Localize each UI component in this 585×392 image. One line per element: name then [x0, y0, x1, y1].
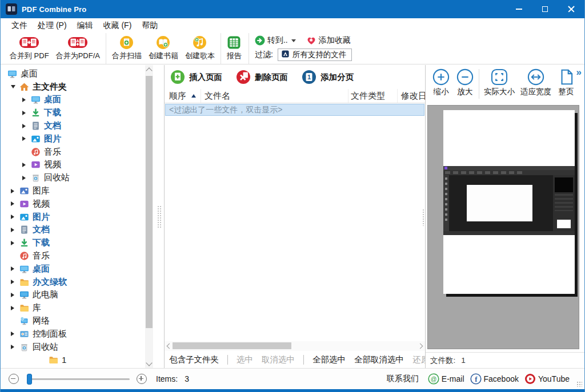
close-button[interactable]: [558, 0, 584, 18]
action-add-break[interactable]: 1添加分页: [302, 70, 354, 84]
left-splitter-grip[interactable]: [157, 205, 162, 228]
column-header-0[interactable]: 顺序: [165, 89, 201, 103]
preview-tool-whole-page[interactable]: 整页: [554, 68, 578, 97]
scroll-right-icon[interactable]: [419, 343, 423, 348]
collapsed-arrow-icon[interactable]: [22, 163, 26, 167]
tree-item-库[interactable]: 库: [1, 301, 144, 314]
tree-item-回收站[interactable]: 回收站: [1, 171, 144, 184]
filtered-files-row[interactable]: <过滤出了一些文件，双击显示>: [165, 104, 424, 116]
status-link-e-mail[interactable]: @E-mail: [428, 373, 464, 385]
recycle-icon: [19, 342, 29, 352]
column-header-3[interactable]: 修改日期: [398, 89, 425, 103]
collapsed-arrow-icon[interactable]: [11, 266, 14, 271]
scroll-left-icon[interactable]: [166, 343, 171, 348]
footer-link-4[interactable]: 全部取消选中: [354, 354, 404, 365]
zoom-slider-thumb[interactable]: [27, 374, 32, 385]
tree-item-音乐[interactable]: 音乐: [1, 146, 144, 159]
filter-label: 过滤:: [255, 50, 273, 60]
collapsed-arrow-icon[interactable]: [22, 176, 26, 180]
tree-item-此电脑[interactable]: 此电脑: [1, 289, 144, 302]
tree-item-音乐[interactable]: 音乐: [1, 249, 144, 262]
collapsed-arrow-icon[interactable]: [22, 124, 26, 128]
tree-item-视频[interactable]: 视频: [1, 197, 144, 211]
preview-tool-fit-width[interactable]: 适应宽度: [518, 68, 554, 97]
collapsed-arrow-icon[interactable]: [11, 215, 14, 219]
tree-item-文档[interactable]: 文档: [1, 119, 144, 132]
collapsed-arrow-icon[interactable]: [11, 201, 14, 206]
hscrollbar-thumb[interactable]: [173, 342, 291, 349]
collapsed-arrow-icon[interactable]: [11, 306, 14, 310]
sidebar-scrollbar-thumb[interactable]: [146, 76, 153, 328]
menu-item-0[interactable]: 文件: [6, 19, 33, 33]
toolbar-button-merge-to-pdfa[interactable]: A合并为PDF/A: [53, 33, 103, 64]
tree-item-图片[interactable]: 图片: [1, 211, 144, 224]
tree-item-视频[interactable]: 视频: [1, 159, 144, 172]
tree-item-主文件夹[interactable]: 主文件夹: [1, 80, 144, 94]
zoom-slider-plus-icon[interactable]: [137, 374, 147, 384]
file-list-hscrollbar[interactable]: [165, 341, 425, 351]
zoom-slider[interactable]: [27, 378, 130, 380]
maximize-button[interactable]: [532, 0, 558, 18]
collapsed-arrow-icon[interactable]: [11, 293, 14, 297]
toolbar-button-create-songbook[interactable]: 创建歌本: [182, 33, 218, 64]
tree-item-桌面[interactable]: 桌面: [1, 67, 144, 80]
collapsed-arrow-icon[interactable]: [22, 136, 26, 141]
tree-item-网络[interactable]: 网络: [1, 314, 144, 328]
tree-item-控制面板[interactable]: 控制面板: [1, 328, 144, 341]
menu-item-4[interactable]: 帮助: [137, 19, 163, 33]
toolbar-button-create-book[interactable]: 创建书籍: [145, 33, 182, 64]
collapsed-arrow-icon[interactable]: [11, 228, 14, 232]
status-link-facebook[interactable]: fFacebook: [470, 373, 519, 385]
scroll-up-icon[interactable]: [146, 67, 152, 72]
column-header-1[interactable]: 文件名: [201, 89, 348, 103]
network-icon: [19, 316, 29, 326]
status-link-youtube[interactable]: YouTube: [524, 373, 570, 385]
add-favorite-button[interactable]: 添加收藏: [306, 35, 351, 46]
expanded-arrow-icon[interactable]: [11, 85, 15, 88]
collapsed-arrow-icon[interactable]: [11, 332, 14, 336]
preview-viewport[interactable]: [427, 105, 579, 349]
preview-tool-zoom-minus[interactable]: 放大: [453, 68, 477, 97]
sidebar-scrollbar[interactable]: [145, 65, 153, 368]
preview-tool-actual-size[interactable]: 实际大小: [481, 68, 518, 97]
scroll-down-icon[interactable]: [146, 361, 152, 366]
collapsed-arrow-icon[interactable]: [11, 189, 14, 193]
tree-item-桌面[interactable]: 桌面: [1, 94, 144, 107]
preview-tool-zoom-plus[interactable]: 缩小: [429, 68, 453, 97]
collapsed-arrow-icon[interactable]: [11, 345, 14, 349]
footer-link-0[interactable]: 包含子文件夹: [169, 354, 219, 365]
tree-item-桌面[interactable]: 桌面: [1, 262, 144, 276]
action-insert-page[interactable]: 插入页面: [170, 70, 222, 84]
separator: [303, 355, 304, 365]
zoom-slider-minus-icon[interactable]: [9, 374, 19, 384]
collapsed-arrow-icon[interactable]: [11, 241, 14, 245]
toolbar-button-merge-to-pdf[interactable]: 合并到 PDF: [6, 33, 53, 64]
tree-item-回收站[interactable]: 回收站: [1, 341, 144, 354]
tree-item-文档[interactable]: 文档: [1, 224, 144, 237]
column-header-2[interactable]: 文件类型: [348, 89, 398, 103]
tree-item-下载[interactable]: 下载: [1, 106, 144, 119]
filter-combobox[interactable]: 所有支持的文件: [278, 49, 352, 61]
resize-grip[interactable]: [576, 381, 582, 387]
collapsed-arrow-icon[interactable]: [22, 98, 26, 102]
toolbar-button-merge-scan[interactable]: 合并扫描: [109, 33, 145, 64]
tree-item-图库[interactable]: 图库: [1, 184, 144, 197]
download-icon: [31, 108, 41, 118]
menu-item-2[interactable]: 编辑: [72, 19, 98, 33]
menu-item-1[interactable]: 处理 (P): [33, 19, 72, 33]
toolbar-button-report[interactable]: 报告: [223, 33, 245, 64]
collapsed-arrow-icon[interactable]: [11, 280, 14, 284]
action-delete-page[interactable]: 删除页面: [236, 70, 288, 84]
goto-button[interactable]: 转到..: [255, 35, 296, 46]
minimize-button[interactable]: [506, 0, 532, 18]
footer-link-3[interactable]: 全部选中: [312, 354, 346, 365]
tree-item-办文绿软[interactable]: 办文绿软: [1, 276, 144, 289]
more-tools-chevron-icon[interactable]: »: [576, 67, 582, 77]
tree-item-图片[interactable]: 图片: [1, 132, 144, 146]
right-splitter-grip[interactable]: [422, 209, 425, 226]
menu-item-3[interactable]: 收藏 (F): [98, 19, 137, 33]
tree-item-下载[interactable]: 下载: [1, 236, 144, 249]
tree-item-1[interactable]: 1: [1, 354, 144, 367]
collapsed-arrow-icon[interactable]: [22, 111, 26, 115]
control-panel-icon: [19, 329, 29, 339]
